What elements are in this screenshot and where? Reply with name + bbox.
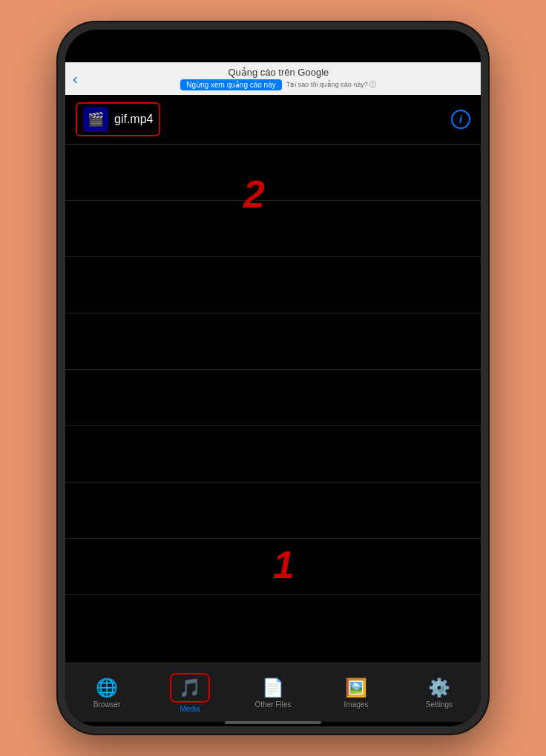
- list-row: [65, 201, 481, 257]
- list-row: [65, 426, 481, 483]
- file-icon: [83, 107, 108, 132]
- globe-icon: 🌐: [96, 677, 118, 697]
- list-row: [65, 483, 481, 539]
- tab-media[interactable]: 🎵 Media: [148, 663, 231, 722]
- home-indicator: [65, 722, 481, 726]
- url-bar-container: Quảng cáo trên Google Ngừng xem quảng cá…: [84, 67, 473, 90]
- home-bar: [225, 721, 321, 724]
- url-title: Quảng cáo trên Google: [228, 67, 329, 78]
- annotation-number-2: 2: [243, 175, 265, 213]
- tab-browser[interactable]: 🌐 Browser: [65, 663, 148, 722]
- tab-other-files-icon-wrap: 📄: [262, 677, 284, 698]
- notch-area: [65, 30, 481, 62]
- list-row: [65, 145, 481, 201]
- images-icon: 🖼️: [345, 677, 367, 697]
- media-icon: 🎵: [179, 677, 201, 697]
- tab-browser-icon-wrap: 🌐: [96, 677, 118, 698]
- tab-browser-label: Browser: [93, 700, 121, 709]
- browser-bar: ‹ Quảng cáo trên Google Ngừng xem quảng …: [65, 62, 481, 95]
- file-header: gif.mp4 i: [65, 95, 481, 145]
- tab-bar: 🌐 Browser 🎵 Media 📄 Other Files 🖼️: [65, 663, 481, 722]
- back-button[interactable]: ‹: [73, 70, 78, 87]
- annotation-number-1: 1: [273, 546, 295, 584]
- notch: [225, 36, 321, 56]
- other-files-icon: 📄: [262, 677, 284, 697]
- main-content: gif.mp4 i 2 1: [65, 95, 481, 663]
- screen: ‹ Quảng cáo trên Google Ngừng xem quảng …: [65, 30, 481, 726]
- file-item-selected[interactable]: gif.mp4: [76, 102, 160, 136]
- tab-media-icon-wrap: 🎵: [170, 673, 210, 703]
- tab-settings[interactable]: ⚙️ Settings: [398, 663, 481, 722]
- list-row: [65, 370, 481, 426]
- tab-settings-label: Settings: [426, 700, 453, 709]
- ad-link[interactable]: Tại sao tôi quảng cáo này? ⓘ: [286, 80, 377, 90]
- tab-media-label: Media: [180, 705, 200, 713]
- phone-frame: ‹ Quảng cáo trên Google Ngừng xem quảng …: [58, 22, 488, 734]
- tab-images[interactable]: 🖼️ Images: [315, 663, 398, 722]
- tab-images-icon-wrap: 🖼️: [345, 677, 367, 698]
- tab-settings-icon-wrap: ⚙️: [428, 677, 450, 698]
- tab-other-files[interactable]: 📄 Other Files: [231, 663, 315, 722]
- settings-icon: ⚙️: [428, 677, 450, 697]
- tab-images-label: Images: [344, 700, 369, 709]
- file-name: gif.mp4: [114, 113, 153, 126]
- list-row: [65, 314, 481, 370]
- list-row: [65, 257, 481, 314]
- stop-ad-button[interactable]: Ngừng xem quảng cáo này: [180, 79, 281, 90]
- info-button[interactable]: i: [451, 110, 470, 129]
- tab-other-files-label: Other Files: [255, 700, 292, 709]
